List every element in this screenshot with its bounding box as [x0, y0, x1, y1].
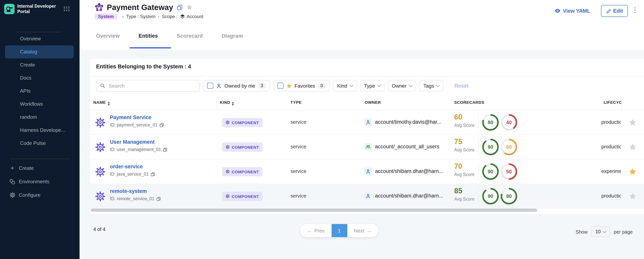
sidebar-footer-configure[interactable]: Configure [0, 188, 80, 202]
component-gear-icon [95, 118, 105, 128]
component-gear-icon [95, 167, 105, 177]
system-network-icon [94, 3, 104, 12]
view-yaml-button[interactable]: View YAML [554, 8, 590, 14]
divider [478, 188, 479, 204]
eye-icon [554, 8, 560, 14]
owned-by-me-checkbox[interactable] [207, 82, 213, 89]
content-area: Entities Belonging to the System : 4 [80, 50, 644, 259]
entities-table: Payment Service ID: payment_service_01 C… [90, 110, 644, 209]
owner-dropdown[interactable]: Owner [388, 80, 416, 92]
sidebar-item-workflows[interactable]: Workflows [5, 98, 74, 111]
prev-page-button[interactable]: ← Prev [300, 228, 332, 234]
arrow-left-icon: ← [307, 228, 312, 234]
meta-scope-value: Account [187, 14, 204, 19]
sidebar-item-docs[interactable]: Docs [5, 72, 74, 84]
page-number-button[interactable]: 1 [332, 224, 347, 237]
owner-icon [364, 168, 372, 175]
pencil-icon [606, 8, 611, 14]
main-area: Payment Gateway System • Type : System •… [80, 0, 644, 259]
entity-name-link[interactable]: User Management [110, 139, 155, 145]
sidebar-footer-environments[interactable]: Environments [0, 175, 80, 188]
edit-button[interactable]: Edit [601, 5, 628, 17]
kind-dropdown[interactable]: Kind [333, 80, 357, 92]
page-size-select[interactable]: 10 [591, 226, 610, 237]
avg-score-label: Avg Score [454, 148, 474, 152]
entity-id: ID: payment_service_01 [110, 122, 164, 127]
sort-icon[interactable] [232, 102, 234, 106]
system-badge: System [94, 14, 117, 20]
favorite-star-icon[interactable] [629, 143, 637, 151]
avg-score-value: 60 [454, 113, 462, 122]
type-value: service [290, 168, 306, 174]
hexagons-icon [9, 178, 15, 185]
app-root: Internal Developer Portal Overview Catal… [0, 0, 644, 259]
scorecard-ring: 40 [501, 114, 517, 131]
scorecard-ring: 90 [482, 188, 499, 204]
sidebar-item-code-pulse[interactable]: Code Pulse [5, 137, 74, 150]
owned-by-me-filter[interactable]: Owned by me 3 [203, 80, 270, 92]
favorite-star-icon[interactable] [629, 118, 637, 126]
entity-name-link[interactable]: Payment Service [110, 114, 152, 120]
favorite-title-star-icon[interactable] [186, 4, 193, 11]
table-row[interactable]: Payment Service ID: payment_service_01 C… [90, 110, 644, 134]
page-size-control: Show 10 per page [576, 227, 633, 237]
column-header-kind[interactable]: KIND [220, 100, 234, 106]
sidebar-footer: + Create Environments Configure [0, 162, 80, 202]
kind-badge: COMPONENT [222, 192, 262, 201]
entity-id: ID: remote_service_01 [110, 196, 160, 201]
copy-id-icon[interactable] [163, 147, 167, 152]
tab-scorecard[interactable]: Scorecard [177, 33, 203, 39]
copy-id-icon[interactable] [160, 123, 164, 127]
sidebar-item-random[interactable]: random [5, 111, 74, 124]
favorite-star-icon[interactable] [629, 192, 637, 200]
type-value: service [290, 144, 306, 150]
sidebar-item-harness-developer[interactable]: Harness Develope... [5, 124, 74, 137]
tab-entities[interactable]: Entities [138, 33, 158, 39]
favorites-checkbox[interactable] [277, 82, 284, 89]
avg-score-label: Avg Score [454, 123, 474, 128]
reset-filters-button[interactable]: Reset [454, 83, 468, 88]
horizontal-scrollbar[interactable] [91, 209, 537, 212]
copy-id-icon[interactable] [151, 172, 155, 176]
tab-diagram[interactable]: Diagram [222, 33, 243, 39]
filter-bar: Owned by me 3 Favorites 0 Kind Type [96, 80, 468, 92]
sidebar-footer-create[interactable]: + Create [0, 162, 80, 175]
sidebar-item-catalog[interactable]: Catalog [5, 45, 74, 58]
tags-dropdown[interactable]: Tags [419, 80, 444, 92]
sidebar-item-apis[interactable]: APIs [5, 84, 74, 98]
entity-name-link[interactable]: order-service [110, 164, 143, 170]
favorite-cell [621, 135, 644, 159]
search-input[interactable] [108, 82, 196, 89]
copy-id-icon[interactable] [156, 196, 160, 201]
entity-id: ID: user_management_01 [110, 147, 167, 152]
brand-title: Internal Developer Portal [17, 4, 56, 14]
more-options-menu-icon[interactable] [634, 7, 636, 13]
avg-score-value: 85 [454, 187, 462, 195]
sidebar-item-create[interactable]: Create [5, 58, 74, 72]
tabs-bar: Overview Entities Scorecard Diagram [80, 23, 644, 50]
brand[interactable]: Internal Developer Portal [4, 4, 56, 14]
entity-name-link[interactable]: remote-system [110, 188, 147, 194]
favorites-filter[interactable]: Favorites 0 [273, 80, 330, 92]
gear-icon [9, 192, 15, 198]
table-row[interactable]: remote-system ID: remote_service_01 COMP… [90, 184, 644, 209]
sidebar-item-overview[interactable]: Overview [5, 32, 74, 45]
divider [90, 76, 644, 76]
next-page-button[interactable]: Next → [347, 228, 378, 234]
per-page-label: per page [614, 229, 633, 234]
sort-icon[interactable] [108, 102, 110, 106]
type-dropdown[interactable]: Type [360, 80, 384, 92]
pagination: ← Prev 1 Next → [300, 224, 378, 237]
table-row[interactable]: order-service ID: java_service_01 COMPON… [90, 159, 644, 184]
app-switcher-icon[interactable] [64, 6, 70, 11]
component-gear-icon [95, 191, 105, 201]
kind-badge: COMPONENT [222, 142, 262, 152]
favorite-cell [621, 110, 644, 134]
table-row[interactable]: User Management ID: user_management_01 C… [90, 134, 644, 159]
tab-overview[interactable]: Overview [96, 33, 120, 39]
favorite-star-icon[interactable] [629, 168, 637, 176]
column-header-name[interactable]: NAME [93, 100, 110, 106]
avg-score-value: 70 [454, 162, 462, 170]
copy-title-icon[interactable] [176, 4, 182, 10]
favorites-count-badge: 0 [318, 83, 326, 88]
